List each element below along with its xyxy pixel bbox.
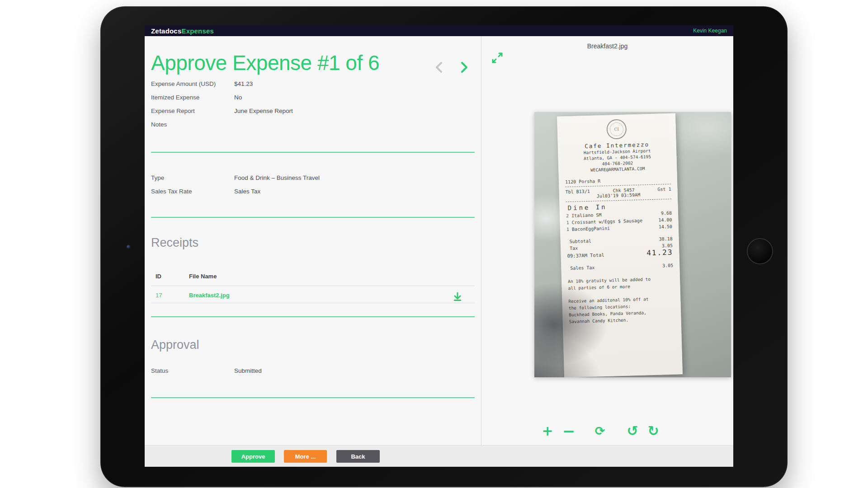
item-name: 1 BaconEggPanini	[566, 225, 610, 233]
expand-icon	[491, 52, 503, 64]
field-itemized-expense: Itemized Expense No	[151, 94, 475, 101]
current-user-label[interactable]: Kevin Keegan	[693, 28, 727, 34]
field-value: No	[234, 94, 242, 101]
table-divider	[151, 303, 475, 303]
rotate-right-icon: ↻	[647, 423, 659, 439]
rotate-left-button[interactable]: ↺	[624, 423, 641, 439]
app-logo-primary: Zetadocs	[151, 27, 181, 35]
zoom-in-button[interactable]: +	[539, 423, 556, 439]
next-expense-button[interactable]	[457, 60, 472, 75]
field-value: June Expense Report	[234, 108, 293, 114]
merchant-emblem-monogram: CI	[609, 122, 623, 136]
top-navigation-bar: ZetadocsExpenses Kevin Keegan	[145, 25, 733, 36]
zoom-out-icon: −	[562, 422, 576, 440]
field-label: Notes	[151, 121, 234, 128]
receipts-col-id: ID	[156, 273, 161, 280]
sales-tax-label: Sales Tax	[570, 264, 595, 272]
item-price: 14.50	[659, 223, 673, 230]
field-label: Status	[151, 367, 234, 374]
field-label: Itemized Expense	[151, 94, 234, 101]
tablet-home-button[interactable]	[747, 238, 773, 264]
server-line: 1120 Porsha R	[565, 177, 671, 185]
section-divider	[151, 217, 475, 218]
table-divider	[151, 286, 475, 286]
fullscreen-button[interactable]	[491, 52, 504, 64]
zoom-in-icon: +	[542, 423, 553, 439]
subtotal-label: Subtotal	[570, 238, 592, 245]
page-title: Approve Expense #1 of 6	[151, 51, 379, 75]
previous-expense-button[interactable]	[431, 60, 447, 75]
merchant-emblem: CI	[606, 119, 627, 139]
receipt-photo[interactable]: CI Cafe Intermezzo Hartsfield-Jackson Ai…	[534, 112, 731, 377]
expense-detail-panel: Approve Expense #1 of 6 Expense Amount (…	[145, 36, 481, 445]
promo-note: Receive an additonal 10% off at the foll…	[568, 295, 675, 325]
back-button[interactable]: Back	[336, 450, 380, 463]
viewer-controls: + − ⟳ ↺ ↻	[481, 423, 733, 439]
table-number: Tbl B13/1	[565, 189, 590, 195]
viewer-file-title: Breakfast2.jpg	[481, 42, 733, 50]
app-logo: ZetadocsExpenses	[151, 27, 214, 35]
app-logo-secondary: Expenses	[181, 27, 214, 35]
app-screen: ZetadocsExpenses Kevin Keegan Approve Ex…	[145, 25, 733, 467]
receipts-heading: Receipts	[151, 236, 198, 250]
field-label: Type	[151, 174, 234, 181]
zoom-out-button[interactable]: −	[561, 423, 577, 439]
field-value: Food & Drink – Business Travel	[234, 174, 320, 181]
total-value: 41.23	[646, 249, 673, 257]
reset-view-button[interactable]: ⟳	[592, 423, 608, 439]
field-expense-report: Expense Report June Expense Report	[151, 108, 475, 114]
sales-tax-line: Sales Tax 3.05	[567, 262, 673, 272]
subtotal-value: 38.18	[659, 235, 673, 243]
approve-button[interactable]: Approve	[231, 450, 275, 463]
receipts-col-filename: File Name	[189, 273, 217, 280]
section-divider	[151, 316, 475, 317]
download-receipt-button[interactable]	[453, 292, 463, 302]
action-footer: Approve More ... Back	[145, 445, 733, 467]
field-expense-amount: Expense Amount (USD) $41.23	[151, 80, 475, 87]
field-label: Sales Tax Rate	[151, 188, 234, 195]
section-divider	[151, 152, 475, 153]
item-price: 9.68	[661, 210, 672, 217]
tablet-camera	[127, 245, 131, 249]
receipt-paper: CI Cafe Intermezzo Hartsfield-Jackson Ai…	[557, 113, 683, 377]
field-label: Expense Amount (USD)	[151, 80, 234, 87]
receipt-row-id: 17	[156, 292, 162, 299]
more-button[interactable]: More ...	[284, 450, 327, 463]
status-value: Submitted	[234, 367, 262, 374]
tax-label: Tax	[570, 245, 578, 252]
item-price: 14.00	[658, 216, 672, 224]
section-divider	[151, 397, 475, 398]
approval-heading: Approval	[151, 338, 199, 352]
gratuity-note: An 18% gratuity will be added to all par…	[568, 275, 674, 292]
chevron-right-icon	[460, 61, 469, 73]
field-sales-tax-rate: Sales Tax Rate Sales Tax	[151, 188, 475, 195]
field-label: Expense Report	[151, 108, 234, 114]
download-icon	[453, 292, 462, 301]
field-value: $41.23	[234, 80, 253, 87]
sales-tax-value: 3.05	[662, 262, 674, 269]
refresh-icon: ⟳	[595, 424, 605, 438]
field-status: Status Submitted	[151, 367, 475, 374]
total-label: 09:37AM Total	[567, 252, 604, 259]
rotate-right-button[interactable]: ↻	[645, 423, 661, 439]
rotate-left-icon: ↺	[627, 423, 638, 439]
field-type: Type Food & Drink – Business Travel	[151, 174, 475, 181]
guest-count: Gst 1	[657, 187, 671, 192]
field-notes: Notes	[151, 121, 475, 128]
receipt-file-link[interactable]: Breakfast2.jpg	[189, 292, 230, 299]
chevron-left-icon	[434, 61, 443, 73]
receipt-viewer-panel: Breakfast2.jpg CI Cafe Intermezzo Hartsf…	[481, 36, 733, 445]
field-value: Sales Tax	[234, 188, 260, 195]
